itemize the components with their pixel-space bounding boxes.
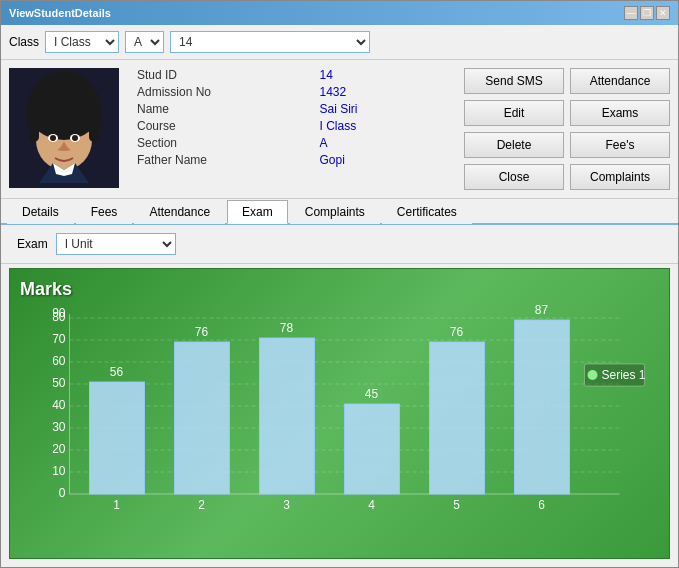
y-label-30: 30 [52,420,66,434]
action-row-3: Delete Fee's [464,132,670,158]
main-window: ViewStudentDetails — ❐ ✕ Class I Class I… [0,0,679,568]
action-row-4: Close Complaints [464,164,670,190]
tabs-bar: Details Fees Attendance Exam Complaints … [1,199,678,225]
tab-fees[interactable]: Fees [76,200,133,224]
chart-area: Marks 0 10 20 30 [9,268,670,559]
tab-exam[interactable]: Exam [227,200,288,224]
admission-no-label: Admission No [137,85,310,99]
bar-6-value: 87 [535,304,549,317]
name-label: Name [137,102,310,116]
action-buttons: Send SMS Attendance Edit Exams Delete Fe… [464,68,670,190]
bar-4: 45 4 [345,387,400,512]
title-bar: ViewStudentDetails — ❐ ✕ [1,1,678,25]
stud-id-label: Stud ID [137,68,310,82]
svg-rect-5 [29,112,39,142]
student-details-area: Stud ID 14 Admission No 1432 Name Sai Si… [1,60,678,199]
marks-chart: 0 10 20 30 40 50 60 70 80 90 56 1 [20,304,659,524]
tab-certificates[interactable]: Certificates [382,200,472,224]
course-label: Course [137,119,310,133]
bar-4-xlabel: 4 [368,498,375,512]
section-value: A [320,136,457,150]
exams-button[interactable]: Exams [570,100,670,126]
minimize-button[interactable]: — [624,6,638,20]
svg-rect-24 [345,404,400,494]
tab-attendance[interactable]: Attendance [134,200,225,224]
y-label-40: 40 [52,398,66,412]
exam-select[interactable]: I Unit II Unit III Unit [56,233,176,255]
action-row-2: Edit Exams [464,100,670,126]
svg-point-9 [50,135,56,141]
bar-5: 76 5 [430,325,485,512]
send-sms-button[interactable]: Send SMS [464,68,564,94]
bar-5-value: 76 [450,325,464,339]
action-row-1: Send SMS Attendance [464,68,670,94]
bar-2-value: 76 [195,325,209,339]
restore-button[interactable]: ❐ [640,6,654,20]
svg-rect-21 [90,382,145,494]
y-label-50: 50 [52,376,66,390]
svg-rect-23 [260,338,315,494]
chart-title: Marks [20,279,659,300]
exam-label: Exam [17,237,48,251]
name-value: Sai Siri [320,102,457,116]
svg-rect-6 [89,112,99,142]
father-name-label: Father Name [137,153,310,167]
father-name-value: Gopi [320,153,457,167]
complaints-button[interactable]: Complaints [570,164,670,190]
bar-6-xlabel: 6 [538,498,545,512]
bar-2: 76 2 [175,325,230,512]
bar-1-xlabel: 1 [113,498,120,512]
attendance-button[interactable]: Attendance [570,68,670,94]
svg-point-28 [588,370,598,380]
bar-3: 78 3 [260,321,315,512]
y-axis-labels: 0 10 20 30 40 50 60 70 80 [52,310,66,500]
student-info-grid: Stud ID 14 Admission No 1432 Name Sai Si… [127,68,456,190]
title-controls: — ❐ ✕ [624,6,670,20]
y-label-60: 60 [52,354,66,368]
y-label-70: 70 [52,332,66,346]
close-button[interactable]: Close [464,164,564,190]
svg-rect-26 [515,320,570,494]
bar-3-xlabel: 3 [283,498,290,512]
legend: Series 1 [585,364,646,386]
class-label: Class [9,35,39,49]
exam-section: Exam I Unit II Unit III Unit [1,225,678,264]
section-select[interactable]: A B C [125,31,164,53]
edit-button[interactable]: Edit [464,100,564,126]
student-photo [9,68,119,188]
bar-2-xlabel: 2 [198,498,205,512]
course-value: I Class [320,119,457,133]
fees-button[interactable]: Fee's [570,132,670,158]
y-label-0: 0 [59,486,66,500]
close-window-button[interactable]: ✕ [656,6,670,20]
bar-5-xlabel: 5 [453,498,460,512]
bar-1: 56 1 [90,365,145,512]
stud-id-value: 14 [320,68,457,82]
y-label-90: 90 [52,306,66,320]
bar-1-value: 56 [110,365,124,379]
window-title: ViewStudentDetails [9,7,111,19]
y-label-20: 20 [52,442,66,456]
bar-4-value: 45 [365,387,379,401]
admission-no-value: 1432 [320,85,457,99]
tab-details[interactable]: Details [7,200,74,224]
svg-point-10 [72,135,78,141]
svg-point-4 [29,84,99,140]
section-label: Section [137,136,310,150]
y-label-10: 10 [52,464,66,478]
legend-label: Series 1 [602,368,646,382]
svg-rect-22 [175,342,230,494]
delete-button[interactable]: Delete [464,132,564,158]
tab-complaints[interactable]: Complaints [290,200,380,224]
number-select[interactable]: 14 1 2 [170,31,370,53]
toolbar: Class I Class II Class III Class A B C 1… [1,25,678,60]
bar-6: 87 6 [515,304,570,512]
class-select[interactable]: I Class II Class III Class [45,31,119,53]
svg-rect-25 [430,342,485,494]
bar-3-value: 78 [280,321,294,335]
